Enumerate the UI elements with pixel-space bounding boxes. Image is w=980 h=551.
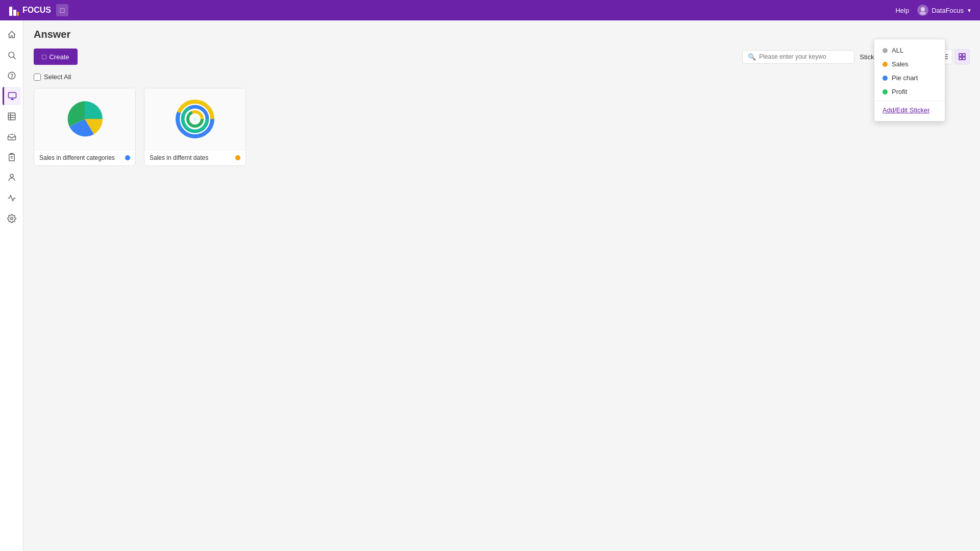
svg-point-35 xyxy=(193,117,197,121)
svg-rect-2 xyxy=(17,12,19,16)
logo-icon xyxy=(8,5,19,16)
table-icon xyxy=(7,112,16,121)
user-menu[interactable]: DataFocus ▼ xyxy=(917,5,972,16)
card-title-1: Sales in differnt dates xyxy=(150,154,208,161)
home-icon xyxy=(7,30,16,39)
search-icon xyxy=(7,51,16,60)
main-layout: Answer □ Create 🔍 Sticker: Sales ▼ xyxy=(0,20,980,551)
sidebar-item-home[interactable] xyxy=(3,26,21,44)
search-box: 🔍 xyxy=(742,50,854,64)
monitor-icon xyxy=(8,91,17,101)
help-icon xyxy=(7,71,16,80)
sticker-dot-pie-chart xyxy=(883,76,888,81)
search-input[interactable] xyxy=(759,53,849,60)
sidebar-item-search[interactable] xyxy=(3,46,21,64)
sticker-option-sales-label: Sales xyxy=(892,60,909,68)
svg-point-8 xyxy=(11,77,12,78)
inbox-icon xyxy=(7,132,16,141)
svg-line-6 xyxy=(13,57,15,59)
topnav: FOCUS □ Help DataFocus ▼ xyxy=(0,0,980,20)
svg-point-5 xyxy=(9,52,14,58)
add-tab-button[interactable]: □ xyxy=(56,4,68,16)
page-title: Answer xyxy=(34,29,970,40)
svg-rect-9 xyxy=(9,92,16,98)
card-title-0: Sales in different categories xyxy=(39,154,115,161)
create-button[interactable]: □ Create xyxy=(34,49,78,65)
create-plus-icon: □ xyxy=(42,53,46,61)
card-thumbnail-1 xyxy=(144,88,246,150)
sticker-option-all-label: ALL xyxy=(892,46,903,54)
help-link[interactable]: Help xyxy=(895,7,909,14)
svg-point-21 xyxy=(10,218,13,220)
sticker-dot-profit xyxy=(883,89,888,94)
card-footer-0: Sales in different categories xyxy=(34,150,135,165)
cards-grid: Sales in different categories xyxy=(34,88,970,166)
user-label: DataFocus xyxy=(932,7,964,14)
sticker-option-all[interactable]: ALL xyxy=(874,43,945,57)
sidebar-item-clipboard[interactable] xyxy=(3,148,21,166)
sidebar xyxy=(0,20,23,551)
sidebar-item-activity[interactable] xyxy=(3,189,21,207)
svg-point-4 xyxy=(920,12,926,15)
svg-point-20 xyxy=(10,174,13,177)
toolbar-left: □ Create xyxy=(34,49,78,65)
svg-rect-26 xyxy=(963,54,965,56)
select-all-wrapper[interactable]: Select All xyxy=(34,73,970,81)
sticker-option-profit[interactable]: Profit xyxy=(874,85,945,99)
topnav-right: Help DataFocus ▼ xyxy=(895,5,972,16)
clipboard-icon xyxy=(7,153,16,162)
sidebar-item-table[interactable] xyxy=(3,107,21,126)
app-name: FOCUS xyxy=(22,6,51,15)
toolbar: □ Create 🔍 Sticker: Sales ▼ xyxy=(34,49,970,65)
grid-view-button[interactable] xyxy=(954,49,970,64)
page-header: Answer xyxy=(34,29,970,40)
activity-icon xyxy=(7,194,16,203)
avatar xyxy=(917,5,928,16)
search-icon: 🔍 xyxy=(748,53,756,61)
svg-rect-28 xyxy=(963,57,965,60)
svg-rect-25 xyxy=(959,54,962,56)
donut-chart-icon xyxy=(175,99,215,139)
grid-view-icon xyxy=(959,53,966,60)
sticker-option-profit-label: Profit xyxy=(892,88,907,95)
sticker-dropdown-panel: ALL Sales Pie chart Profit Add/Edit Stic… xyxy=(874,39,945,122)
svg-rect-12 xyxy=(8,113,15,120)
user-chevron-icon: ▼ xyxy=(967,8,972,13)
card-sticker-dot-1 xyxy=(235,155,240,160)
svg-rect-0 xyxy=(9,7,12,16)
dropdown-divider xyxy=(874,101,945,101)
card-0[interactable]: Sales in different categories xyxy=(34,88,136,166)
pie-chart-icon xyxy=(64,99,105,139)
settings-icon xyxy=(7,214,16,223)
svg-rect-1 xyxy=(13,10,16,16)
sticker-dot-all xyxy=(883,48,888,53)
sticker-option-pie-chart-label: Pie chart xyxy=(892,74,918,82)
create-label: Create xyxy=(49,53,69,61)
card-sticker-dot-0 xyxy=(125,155,130,160)
svg-rect-17 xyxy=(9,154,14,161)
card-footer-1: Sales in differnt dates xyxy=(144,150,246,165)
sidebar-item-help[interactable] xyxy=(3,66,21,85)
add-edit-sticker-link[interactable]: Add/Edit Sticker xyxy=(874,103,945,117)
user-icon xyxy=(918,6,927,15)
sticker-dot-sales xyxy=(883,62,888,67)
select-all-label: Select All xyxy=(44,73,71,81)
sidebar-item-inbox[interactable] xyxy=(3,128,21,146)
topnav-left: FOCUS □ xyxy=(8,4,68,16)
sidebar-item-monitor[interactable] xyxy=(3,87,21,105)
add-tab-icon: □ xyxy=(60,6,64,14)
select-all-checkbox[interactable] xyxy=(34,74,41,81)
card-1[interactable]: Sales in differnt dates xyxy=(144,88,246,166)
person-icon xyxy=(7,173,16,182)
sticker-option-pie-chart[interactable]: Pie chart xyxy=(874,71,945,85)
content-area: Answer □ Create 🔍 Sticker: Sales ▼ xyxy=(23,20,980,551)
sidebar-item-settings[interactable] xyxy=(3,209,21,228)
svg-point-3 xyxy=(921,7,925,11)
card-thumbnail-0 xyxy=(34,88,135,150)
sidebar-item-person[interactable] xyxy=(3,169,21,187)
svg-rect-27 xyxy=(959,57,962,60)
sticker-option-sales[interactable]: Sales xyxy=(874,57,945,71)
app-logo: FOCUS xyxy=(8,5,51,16)
